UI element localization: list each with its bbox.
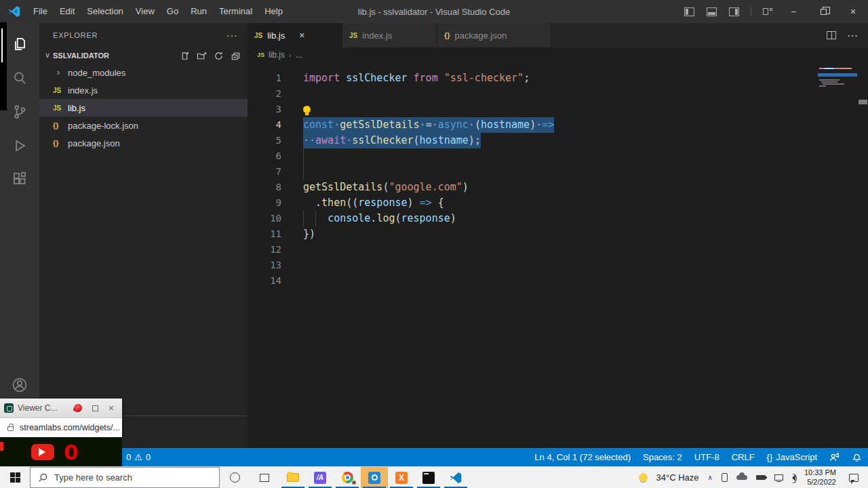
lightbulb-icon[interactable]	[303, 106, 311, 113]
code-line-11[interactable]: })	[303, 226, 807, 242]
taskbar-terminal[interactable]	[415, 467, 442, 488]
notifications-bell-icon[interactable]	[846, 448, 868, 466]
viewer-window-maximize-icon[interactable]	[92, 405, 98, 411]
taskbar-purple-app[interactable]: /A	[307, 467, 334, 488]
your-phone-icon[interactable]	[722, 473, 728, 482]
battery-icon[interactable]	[756, 475, 766, 480]
restore-button[interactable]	[808, 0, 838, 23]
menu-go[interactable]: Go	[161, 0, 184, 23]
weather-text[interactable]: 34°C Haze	[656, 472, 699, 483]
language-mode[interactable]: {} JavaScript	[761, 448, 823, 466]
code-line-14[interactable]	[303, 273, 807, 289]
viewer-window-titlebar[interactable]: Viewer C... ×	[0, 399, 122, 418]
new-folder-icon[interactable]	[197, 51, 207, 61]
code-line-13[interactable]	[303, 258, 807, 273]
extensions-icon[interactable]	[0, 163, 39, 197]
viewer-window-close-icon[interactable]: ×	[108, 403, 114, 413]
explorer-more-actions-icon[interactable]: ···	[226, 30, 238, 41]
indentation[interactable]: Spaces: 2	[637, 448, 688, 466]
code-line-3[interactable]	[303, 102, 807, 117]
feedback-icon[interactable]	[823, 448, 846, 466]
account-icon[interactable]	[0, 368, 39, 402]
menu-help[interactable]: Help	[258, 0, 289, 23]
code-line-7[interactable]	[303, 164, 807, 180]
code-line-4[interactable]: const·getSslDetails·=·async·(hostname)·=…	[303, 117, 807, 133]
speaker-icon[interactable]	[792, 474, 795, 481]
vscode-taskbar-icon	[450, 472, 462, 484]
problems-indicator[interactable]: 0 ⚠ 0	[126, 452, 151, 462]
code-line-12[interactable]	[303, 242, 807, 258]
breadcrumb-file[interactable]: lib.js	[269, 50, 285, 60]
start-button[interactable]	[0, 467, 30, 488]
line-numbers: 1234567891011121314	[248, 70, 281, 289]
tab-index.js[interactable]: JSindex.js	[342, 23, 437, 47]
breadcrumb-more[interactable]: ...	[296, 50, 302, 60]
eol-sequence[interactable]: CRLF	[726, 448, 761, 466]
cortana-button[interactable]	[220, 467, 250, 488]
youtube-viewer-count: 0	[64, 440, 79, 464]
clock[interactable]: 10:33 PM 5/2/2022	[804, 468, 836, 487]
toggle-panel-icon[interactable]	[707, 7, 717, 16]
collapse-folders-icon[interactable]	[231, 51, 241, 61]
network-icon[interactable]	[774, 474, 783, 481]
tab-package.json[interactable]: {}package.json	[437, 23, 551, 47]
code-area[interactable]: 1234567891011121314 import sslChecker fr…	[248, 62, 868, 448]
minimize-button[interactable]: −	[778, 0, 808, 23]
tab-lib.js[interactable]: JSlib.js×	[248, 23, 342, 47]
onedrive-cloud-icon[interactable]	[736, 475, 747, 480]
viewer-window-urlbar[interactable]: streamlabs.com/widgets/...	[0, 418, 122, 437]
code-line-8[interactable]: getSslDetails("google.com")	[303, 180, 807, 195]
task-view-button[interactable]	[250, 467, 279, 488]
split-editor-icon[interactable]	[827, 31, 836, 39]
section-chevron-icon[interactable]: ∨	[42, 51, 53, 60]
folder-section-header[interactable]: ∨ SSLVALIDATOR	[39, 47, 248, 64]
encoding[interactable]: UTF-8	[688, 448, 726, 466]
file-item-node_modules[interactable]: ›node_modules	[39, 64, 248, 81]
menu-selection[interactable]: Selection	[81, 0, 129, 23]
taskbar-file-explorer[interactable]	[279, 467, 307, 488]
file-item-package-lock.json[interactable]: {}package-lock.json	[39, 117, 248, 134]
taskbar-search-input[interactable]: Type here to search	[30, 467, 220, 488]
menu-run[interactable]: Run	[184, 0, 213, 23]
capture-artifact-strip	[0, 22, 7, 110]
code-line-6[interactable]	[303, 148, 807, 164]
line-number: 12	[248, 242, 281, 258]
taskbar-vscode[interactable]	[442, 467, 469, 488]
run-and-debug-icon[interactable]	[0, 129, 39, 163]
purple-app-icon: /A	[314, 472, 326, 484]
new-file-icon[interactable]	[180, 51, 190, 61]
line-number: 5	[248, 133, 281, 148]
code-line-1[interactable]: import sslChecker from "ssl-checker";	[303, 70, 807, 86]
code-line-5[interactable]: ··await·sslChecker(hostname);	[303, 133, 807, 148]
file-item-lib.js[interactable]: JSlib.js	[39, 99, 248, 117]
menu-file[interactable]: File	[27, 0, 54, 23]
menu-edit[interactable]: Edit	[54, 0, 81, 23]
hidden-icons-chevron[interactable]: ∧	[708, 474, 713, 481]
cursor-position[interactable]: Ln 4, Col 1 (72 selected)	[528, 448, 637, 466]
search-glass-icon	[38, 472, 48, 483]
file-item-package.json[interactable]: {}package.json	[39, 134, 248, 152]
warning-icon: ⚠	[134, 452, 142, 462]
file-item-index.js[interactable]: JSindex.js	[39, 81, 248, 99]
toggle-sidebar-icon[interactable]	[684, 7, 694, 16]
editor-more-actions-icon[interactable]: ⋯	[847, 29, 859, 42]
refresh-icon[interactable]	[214, 51, 224, 61]
menu-terminal[interactable]: Terminal	[213, 0, 258, 23]
line-number: 9	[248, 195, 281, 211]
weather-haze-icon[interactable]	[639, 473, 648, 482]
scrollbar-thumb[interactable]	[859, 100, 867, 104]
minimap[interactable]	[818, 66, 857, 95]
action-center-icon[interactable]	[849, 474, 859, 482]
taskbar-chrome[interactable]	[334, 467, 361, 488]
taskbar-streamlabs[interactable]	[361, 467, 388, 488]
close-button[interactable]: ×	[838, 0, 868, 23]
code-line-10[interactable]: console.log(response)	[303, 211, 807, 226]
code-line-2[interactable]	[303, 86, 807, 102]
js-file-icon: JS	[53, 87, 68, 94]
tab-close-icon[interactable]: ×	[299, 30, 304, 41]
code-line-9[interactable]: .then((response) => {	[303, 195, 807, 211]
customize-layout-icon[interactable]	[763, 7, 772, 16]
menu-view[interactable]: View	[130, 0, 161, 23]
taskbar-xampp[interactable]: X	[388, 467, 415, 488]
toggle-secondary-sidebar-icon[interactable]	[729, 7, 739, 16]
